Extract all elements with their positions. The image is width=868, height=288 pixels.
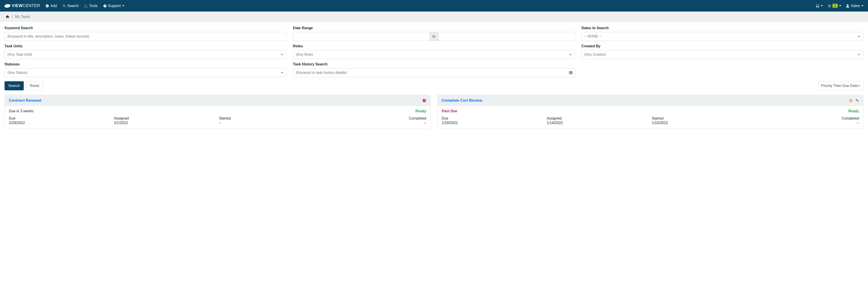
card-body: Due in 3 weeks Ready Due2/28/2022 Assign… — [5, 106, 430, 128]
select-created-by[interactable]: (Any Creator) — [582, 50, 864, 59]
select-statuses[interactable]: (Any Status) — [4, 68, 286, 77]
navbar-left: VIEWCENTER Add Search Tools Support — [4, 3, 124, 8]
date-to-input[interactable] — [439, 32, 575, 41]
label-task-history: Task History Search — [293, 62, 575, 66]
nav-support-label: Support — [108, 4, 121, 8]
meta-value-started: 1/10/2022 — [652, 121, 754, 125]
meta-label-started: Started — [652, 116, 754, 120]
search-button[interactable]: Search — [4, 81, 24, 90]
help-circle-icon — [103, 4, 107, 8]
user-icon — [846, 4, 849, 8]
priority-high-icon — [422, 98, 426, 103]
card-title-link[interactable]: Complete Cert Review — [442, 98, 483, 103]
meta-value-completed: -- — [757, 121, 859, 125]
caret-down-icon — [839, 5, 841, 7]
field-statuses: Statuses (Any Status) — [4, 62, 286, 77]
reset-button[interactable]: Reset — [26, 81, 43, 90]
nav-tools-label: Tools — [89, 4, 97, 8]
field-task-history: Task History Search — [293, 62, 575, 77]
meta-label-completed: Completed — [757, 116, 859, 120]
meta-value-assigned: 1/14/2022 — [547, 121, 649, 125]
task-card: Contract Renewal Due in 3 weeks Ready Du… — [4, 95, 431, 129]
card-title-link[interactable]: Contract Renewal — [9, 98, 41, 103]
meta-value-started: -- — [219, 121, 321, 125]
nav-support[interactable]: Support — [103, 4, 124, 8]
meta-value-assigned: 2/1/2022 — [114, 121, 216, 125]
label-date-range: Date Range — [293, 26, 575, 30]
input-task-history[interactable] — [293, 68, 575, 77]
status-badge: Ready — [848, 109, 859, 113]
brand-text-1: VIEW — [12, 3, 23, 8]
nav-tools[interactable]: Tools — [84, 4, 97, 8]
select-task-units-value: (Any Task Unit) — [7, 53, 32, 57]
select-task-units[interactable]: (Any Task Unit) — [4, 50, 286, 59]
caret-down-icon — [821, 5, 823, 7]
select-dates-to-search[interactable]: -- NONE -- — [582, 32, 864, 41]
label-roles: Roles — [293, 44, 575, 48]
home-icon[interactable] — [5, 15, 9, 19]
caret-down-icon — [858, 36, 860, 37]
field-task-units: Task Units (Any Task Unit) — [4, 44, 286, 59]
sort-select-value: Priority Then Due Date — [821, 84, 858, 88]
brand-logo-icon — [4, 4, 11, 8]
inbox-icon — [816, 4, 819, 8]
label-keyword: Keyword Search — [4, 26, 286, 30]
field-keyword: Keyword Search — [4, 26, 286, 41]
meta-label-completed: Completed — [324, 116, 427, 120]
select-created-by-value: (Any Creator) — [584, 53, 606, 57]
meta-label-due: Due — [9, 116, 111, 120]
task-count-badge: 2 — [833, 4, 838, 8]
arrow-up-circle-icon — [849, 98, 853, 103]
nav-user[interactable]: Sales — [846, 4, 864, 8]
meta-label-assigned: Assigned — [547, 116, 649, 120]
meta-label-started: Started — [219, 116, 321, 120]
date-from-input[interactable] — [293, 32, 429, 41]
caret-down-icon — [858, 54, 860, 55]
card-body: Past Due Ready Due1/19/2022 Assigned1/14… — [438, 106, 863, 128]
navbar-right: 2 Sales — [816, 4, 864, 8]
svg-point-5 — [857, 100, 859, 102]
sort-select[interactable]: Priority Then Due Date — [818, 81, 864, 90]
select-statuses-value: (Any Status) — [7, 70, 27, 75]
meta-value-due: 2/28/2022 — [9, 121, 111, 125]
caret-down-icon — [861, 5, 864, 7]
svg-point-4 — [856, 99, 857, 100]
meta-label-assigned: Assigned — [114, 116, 216, 120]
nav-search[interactable]: Search — [62, 4, 79, 8]
caret-down-icon — [858, 85, 860, 86]
nav-add-label: Add — [51, 4, 57, 8]
date-range-to-label: to — [429, 32, 439, 41]
brand-text-2: CENTER — [23, 3, 40, 8]
id-card-icon[interactable] — [569, 70, 573, 75]
nav-tasks[interactable]: 2 — [828, 4, 841, 8]
svg-rect-1 — [424, 99, 425, 101]
card-header: Complete Cert Review — [438, 95, 863, 106]
action-row: Search Reset Priority Then Due Date — [0, 80, 868, 95]
brand-logo-text[interactable]: VIEWCENTER — [4, 3, 40, 8]
input-keyword[interactable] — [4, 32, 286, 41]
field-roles: Roles (Any Role) — [293, 44, 575, 59]
status-badge: Ready — [415, 109, 426, 113]
filter-area: Keyword Search Date Range to Dates to Se… — [0, 22, 868, 77]
select-roles-value: (Any Role) — [296, 53, 313, 57]
label-statuses: Statuses — [4, 62, 286, 66]
caret-down-icon — [122, 5, 124, 7]
footsteps-icon — [855, 98, 859, 103]
caret-down-icon — [281, 72, 283, 74]
meta-value-completed: -- — [324, 121, 427, 125]
svg-rect-2 — [424, 101, 425, 102]
cards-area: Contract Renewal Due in 3 weeks Ready Du… — [0, 95, 868, 133]
nav-inbox[interactable] — [816, 4, 823, 8]
tools-icon — [84, 4, 88, 8]
select-roles[interactable]: (Any Role) — [293, 50, 575, 59]
caret-down-icon — [569, 54, 572, 55]
card-header: Contract Renewal — [5, 95, 430, 106]
checklist-icon — [828, 4, 831, 8]
due-note-pastdue: Past Due — [442, 109, 457, 113]
breadcrumb-sep: / — [12, 15, 13, 19]
breadcrumb-current: My Tasks — [15, 15, 30, 19]
nav-search-label: Search — [67, 4, 79, 8]
nav-user-label: Sales — [851, 4, 860, 8]
field-dates-to-search: Dates to Search -- NONE -- — [582, 26, 864, 41]
nav-add[interactable]: Add — [45, 4, 57, 8]
